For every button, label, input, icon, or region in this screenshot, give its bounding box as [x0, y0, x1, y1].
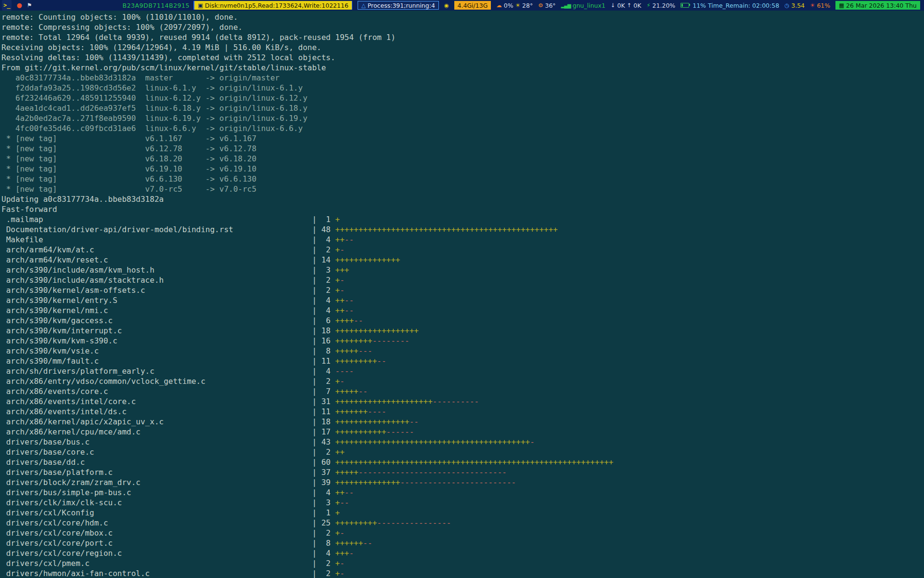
terminal-line: 4aea1dc4cad1..dd26ea937ef5 linux-6.18.y …: [1, 103, 924, 113]
terminal-line: arch/s390/include/asm/stacktrace.h | 2 +…: [1, 275, 924, 285]
terminal-line: arch/arm64/kvm/reset.c | 14 ++++++++++++…: [1, 255, 924, 265]
process-icon: △: [361, 2, 366, 9]
terminal-line: drivers/cxl/pmem.c | 2 +-: [1, 558, 924, 568]
terminal-line: drivers/bus/simple-pm-bus.c | 4 ++--: [1, 487, 924, 498]
terminal-line: arch/s390/kvm/kvm-s390.c | 16 ++++++++--…: [1, 336, 924, 346]
upload-icon: ↑: [627, 2, 632, 9]
terminal-line: drivers/cxl/core/port.c | 8 ++++++--: [1, 538, 924, 548]
load-status[interactable]: ◷ 3.54: [784, 2, 805, 9]
terminal-line: drivers/base/platform.c | 37 +++++------…: [1, 467, 924, 477]
battery-icon: [680, 3, 689, 8]
terminal-line: Makefile | 4 ++--: [1, 235, 924, 245]
terminal-line: drivers/cxl/Kconfig | 1 +: [1, 508, 924, 518]
brightness-status[interactable]: ☀ 61%: [810, 2, 830, 9]
terminal-line: Receiving objects: 100% (12964/12964), 4…: [1, 42, 924, 53]
statusbar-right: ▣ Disk:nvme0n1p5,Read:1733624,Write:1022…: [193, 1, 924, 10]
terminal-line: Updating a0c83177734a..bbeb83d3182a: [1, 194, 924, 204]
wifi-icon: ▂▄▆: [561, 3, 571, 8]
terminal-line: arch/x86/events/intel/core.c | 31 ++++++…: [1, 396, 924, 407]
terminal-line: arch/x86/events/intel/ds.c | 11 +++++++-…: [1, 407, 924, 417]
download-icon: ↓: [611, 2, 616, 9]
cpu-status[interactable]: ⚡ 21.20%: [646, 2, 675, 9]
terminal-line: remote: Counting objects: 100% (11010/11…: [1, 12, 924, 22]
cloud-icon: ☁: [496, 2, 502, 9]
upload-rate: 0K: [633, 2, 641, 9]
terminal-line: drivers/clk/imx/clk-scu.c | 3 +--: [1, 498, 924, 508]
terminal-line: .mailmap | 1 +: [1, 214, 924, 224]
network-traffic[interactable]: ↓ 0K ↑ 0K: [611, 2, 642, 9]
disk-text: Disk:nvme0n1p5,Read:1733624,Write:102211…: [205, 2, 348, 9]
status-bar: >_ ● ⚑ B23A9DB7114B2915 ▣ Disk:nvme0n1p5…: [0, 0, 924, 11]
terminal-output: remote: Counting objects: 100% (11010/11…: [1, 12, 924, 578]
terminal-line: From git://git.kernel.org/pub/scm/linux/…: [1, 63, 924, 73]
terminal-line: arch/s390/kvm/vsie.c | 8 +++++---: [1, 346, 924, 356]
terminal-line: arch/s390/kernel/nmi.c | 4 ++--: [1, 305, 924, 315]
terminal-line: remote: Compressing objects: 100% (2097/…: [1, 22, 924, 32]
battery-status[interactable]: 11% Time_Remain: 02:00:58: [680, 2, 779, 9]
terminal-line: * [new tag] v6.12.78 -> v6.12.78: [1, 144, 924, 154]
terminal-line: 4a2b0ed2ac7a..271f8eab9590 linux-6.19.y …: [1, 113, 924, 123]
terminal-line: arch/s390/kvm/interrupt.c | 18 +++++++++…: [1, 326, 924, 336]
disk-status[interactable]: ▣ Disk:nvme0n1p5,Read:1733624,Write:1022…: [193, 1, 352, 10]
humidity-value: 0%: [504, 2, 513, 9]
terminal-line: drivers/base/dd.c | 60 +++++++++++++++++…: [1, 457, 924, 467]
terminal-line: drivers/base/core.c | 2 ++: [1, 447, 924, 457]
brightness-icon: ☀: [810, 2, 815, 9]
wifi-status[interactable]: ▂▄▆ gnu_linux1: [561, 2, 605, 9]
terminal-line: remote: Total 12964 (delta 9939), reused…: [1, 32, 924, 42]
download-rate: 0K: [617, 2, 625, 9]
terminal-line: a0c83177734a..bbeb83d3182a master -> ori…: [1, 73, 924, 83]
process-status[interactable]: △ Process:391;running:4: [358, 1, 439, 10]
bolt-icon: ⚡: [646, 2, 650, 9]
terminal-line: arch/s390/include/asm/kvm_host.h | 3 +++: [1, 265, 924, 275]
terminal-line: arch/sh/drivers/platform_early.c | 4 ---…: [1, 366, 924, 376]
system-temp-status[interactable]: ⚙ 36°: [538, 2, 555, 9]
brightness-value: 61%: [817, 2, 830, 9]
terminal-line: arch/x86/entry/vdso/common/vclock_gettim…: [1, 376, 924, 386]
terminal-line: arch/x86/events/core.c | 7 +++++--: [1, 386, 924, 396]
terminal-line: 6f232446a629..485911255940 linux-6.12.y …: [1, 93, 924, 103]
calendar-icon: ▦: [839, 2, 844, 9]
weather-status[interactable]: ☁ 0% ☀ 28°: [496, 2, 533, 9]
process-text: Process:391;running:4: [368, 2, 435, 9]
app-launcher-icon[interactable]: ●: [16, 0, 22, 11]
cpu-usage: 21.20%: [653, 2, 676, 9]
terminal-line: drivers/cxl/core/hdm.c | 25 +++++++++---…: [1, 518, 924, 528]
terminal-line: Resolving deltas: 100% (11439/11439), co…: [1, 53, 924, 63]
terminal-line: Documentation/driver-api/driver-model/bi…: [1, 224, 924, 235]
terminal-line: * [new tag] v6.6.130 -> v6.6.130: [1, 174, 924, 184]
bell-icon: ◉: [444, 2, 449, 9]
terminal-line: arch/x86/kernel/cpu/mce/amd.c | 17 +++++…: [1, 427, 924, 437]
memory-text: 4.4Gi/13G: [458, 2, 488, 9]
terminal-line: * [new tag] v7.0-rc5 -> v7.0-rc5: [1, 184, 924, 194]
terminal-line: drivers/cxl/core/region.c | 4 +++-: [1, 548, 924, 558]
flag-icon[interactable]: ⚑: [27, 0, 32, 11]
terminal-line: arch/s390/kernel/entry.S | 4 ++--: [1, 295, 924, 305]
clock-date[interactable]: ▦ 26 Mar 2026 13:40 Thu: [835, 1, 920, 10]
terminal-line: drivers/base/bus.c | 43 ++++++++++++++++…: [1, 437, 924, 447]
terminal-line: 4fc00fe35d46..c09fbcd31ae6 linux-6.6.y -…: [1, 123, 924, 133]
terminal-line: arch/s390/kvm/gaccess.c | 6 ++++--: [1, 315, 924, 326]
terminal-line: arch/x86/kernel/apic/x2apic_uv_x.c | 18 …: [1, 417, 924, 427]
disk-icon: ▣: [198, 2, 203, 9]
terminal-line: arch/s390/kernel/asm-offsets.c | 2 +-: [1, 285, 924, 295]
clock-icon: ◷: [784, 2, 789, 9]
sun-icon: ☀: [515, 2, 520, 9]
host-id: B23A9DB7114B2915: [123, 2, 190, 9]
terminal-line: Fast-forward: [1, 204, 924, 214]
date-text: 26 Mar 2026 13:40 Thu: [846, 2, 917, 9]
terminal-line: f2ddafa93a25..1989cd3d56e2 linux-6.1.y -…: [1, 83, 924, 93]
system-temp-value: 36°: [545, 2, 555, 9]
weather-temp: 28°: [522, 2, 533, 9]
terminal-line: * [new tag] v6.18.20 -> v6.18.20: [1, 154, 924, 164]
terminal-line: * [new tag] v6.19.10 -> v6.19.10: [1, 164, 924, 174]
wifi-ssid: gnu_linux1: [573, 2, 605, 9]
terminal-window[interactable]: remote: Counting objects: 100% (11010/11…: [0, 11, 924, 578]
statusbar-left: >_ ● ⚑ B23A9DB7114B2915: [2, 0, 190, 11]
gear-icon: ⚙: [538, 2, 543, 9]
battery-text: 11% Time_Remain: 02:00:58: [693, 2, 779, 9]
terminal-icon[interactable]: >_: [2, 0, 12, 11]
terminal-line: arch/arm64/kvm/at.c | 2 +-: [1, 245, 924, 255]
load-value: 3.54: [791, 2, 805, 9]
memory-status[interactable]: 4.4Gi/13G: [454, 1, 491, 10]
